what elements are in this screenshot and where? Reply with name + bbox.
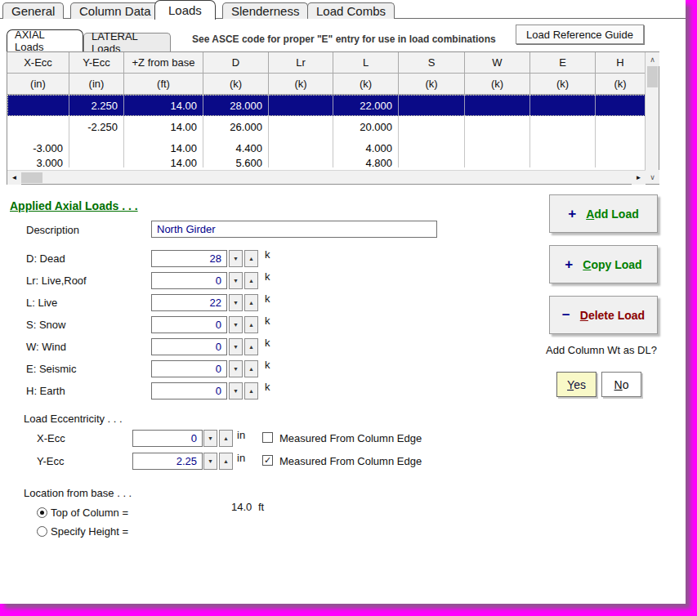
spin-down-icon[interactable]: ▼ xyxy=(229,360,243,377)
table-cell xyxy=(530,158,596,167)
spin-up-icon[interactable]: ▲ xyxy=(244,272,258,289)
add-column-wt-question: Add Column Wt as DL? xyxy=(539,344,663,356)
table-cell xyxy=(530,95,596,116)
load-value-input[interactable]: 0 xyxy=(151,316,227,333)
table-cell xyxy=(7,95,69,116)
x-ecc-checkbox-label: Measured From Column Edge xyxy=(279,432,422,444)
table-row[interactable]: 3.00014.005.6004.800 xyxy=(7,158,646,167)
table-cell xyxy=(7,116,69,137)
spin-down-icon[interactable]: ▼ xyxy=(229,250,243,267)
load-unit: k xyxy=(265,337,270,349)
table-row[interactable]: -2.25014.0026.00020.000 xyxy=(7,116,646,137)
spin-up-icon[interactable]: ▲ xyxy=(244,360,258,377)
table-cell xyxy=(399,158,465,167)
spin-down-icon[interactable]: ▼ xyxy=(203,430,217,447)
spin-up-icon[interactable]: ▲ xyxy=(244,294,258,311)
subtab-label: AXIAL Loads xyxy=(15,29,75,53)
column-header: (k) xyxy=(399,74,465,94)
table-cell: 2.250 xyxy=(69,95,124,116)
vertical-scrollbar[interactable]: ∧ ∨ xyxy=(645,52,659,184)
scroll-left-icon[interactable]: ◄ xyxy=(7,171,21,185)
table-cell xyxy=(596,137,646,158)
specify-height-label: Specify Height = xyxy=(51,525,128,538)
table-cell xyxy=(269,137,333,158)
spin-down-icon[interactable]: ▼ xyxy=(229,338,243,355)
scroll-right-icon[interactable]: ► xyxy=(632,171,646,185)
load-reference-guide-button[interactable]: Load Reference Guide xyxy=(516,25,644,44)
scroll-up-icon[interactable]: ∧ xyxy=(646,52,659,66)
spin-down-icon[interactable]: ▼ xyxy=(229,294,243,311)
tab-label: Column Data xyxy=(79,4,151,18)
asce-note: See ASCE code for proper "E" entry for u… xyxy=(192,33,496,45)
scroll-down-icon[interactable]: ∨ xyxy=(646,170,659,184)
load-value-input[interactable]: 0 xyxy=(151,272,227,289)
table-cell xyxy=(530,137,596,158)
subtab-axial-loads[interactable]: AXIAL Loads xyxy=(7,29,83,51)
y-ecc-input[interactable]: 2.25 xyxy=(132,453,203,470)
table-cell: 22.000 xyxy=(333,95,399,116)
description-input[interactable]: North Girder xyxy=(151,221,437,238)
subtab-lateral-loads[interactable]: LATERAL Loads xyxy=(83,33,171,51)
table-row[interactable]: -3.00014.004.4004.000 xyxy=(7,137,646,158)
y-ecc-measured-from-edge-checkbox[interactable]: ✓ xyxy=(262,455,273,466)
tab-load-combs[interactable]: Load Combs xyxy=(307,2,395,19)
load-value-input[interactable]: 0 xyxy=(151,338,227,355)
tab-label: Load Combs xyxy=(316,4,386,18)
description-label: Description xyxy=(26,224,79,236)
add-load-button[interactable]: + Add Load xyxy=(549,194,658,233)
spin-up-icon[interactable]: ▲ xyxy=(219,430,233,447)
spin-down-icon[interactable]: ▼ xyxy=(203,453,217,470)
table-cell xyxy=(69,158,124,167)
horizontal-scrollbar[interactable]: ◄ ► xyxy=(7,170,646,184)
copy-load-button[interactable]: + Copy Load xyxy=(549,245,658,283)
spin-down-icon[interactable]: ▼ xyxy=(229,382,243,400)
column-header: E xyxy=(530,52,596,73)
load-value-input[interactable]: 22 xyxy=(151,294,227,311)
table-cell xyxy=(269,95,333,116)
table-units-row: (in)(in)(ft)(k)(k)(k)(k)(k)(k)(k) xyxy=(7,74,646,95)
table-cell xyxy=(269,158,333,167)
table-cell xyxy=(596,95,646,116)
column-header: (in) xyxy=(69,74,124,94)
x-ecc-measured-from-edge-checkbox[interactable] xyxy=(262,432,273,443)
table-cell xyxy=(69,137,124,158)
tab-loads[interactable]: Loads xyxy=(154,0,216,20)
table-cell: 4.400 xyxy=(203,137,269,158)
table-row[interactable]: 2.25014.0028.00022.000 xyxy=(7,95,646,116)
vertical-scrollbar-thumb[interactable] xyxy=(647,66,658,87)
spin-up-icon[interactable]: ▲ xyxy=(244,382,258,400)
load-value-input[interactable]: 0 xyxy=(151,360,227,377)
no-button[interactable]: No xyxy=(601,372,641,397)
load-value-input[interactable]: 0 xyxy=(151,382,227,400)
tab-column-data[interactable]: Column Data xyxy=(70,2,160,19)
table-cell: 4.800 xyxy=(333,158,399,167)
column-header: D xyxy=(203,52,269,73)
load-label: H: Earth xyxy=(26,385,65,397)
yes-button[interactable]: Yes xyxy=(556,372,596,397)
tab-general[interactable]: General xyxy=(2,2,64,19)
spin-down-icon[interactable]: ▼ xyxy=(229,316,243,333)
spin-up-icon[interactable]: ▲ xyxy=(244,250,258,267)
spin-up-icon[interactable]: ▲ xyxy=(244,316,258,333)
mnemonic: Y xyxy=(567,378,574,391)
column-header: (k) xyxy=(465,74,530,94)
tab-slenderness[interactable]: Slenderness xyxy=(222,2,308,19)
column-header: H xyxy=(596,52,646,73)
specify-height-radio[interactable] xyxy=(37,526,47,537)
button-label: o xyxy=(623,378,629,391)
column-header: Y-Ecc xyxy=(69,52,124,73)
load-value-input[interactable]: 28 xyxy=(151,250,227,267)
spin-down-icon[interactable]: ▼ xyxy=(229,272,243,289)
load-unit: k xyxy=(265,292,270,305)
x-ecc-input[interactable]: 0 xyxy=(132,430,203,447)
plus-icon: + xyxy=(568,206,576,222)
column-header: (ft) xyxy=(124,74,203,94)
horizontal-scrollbar-thumb[interactable] xyxy=(21,172,42,183)
load-label: S: Snow xyxy=(26,319,65,331)
column-header: +Z from base xyxy=(124,52,203,73)
spin-up-icon[interactable]: ▲ xyxy=(219,453,233,470)
delete-load-button[interactable]: − Delete Load xyxy=(549,296,658,334)
spin-up-icon[interactable]: ▲ xyxy=(244,338,258,355)
top-of-column-radio[interactable] xyxy=(37,507,47,518)
button-label: opy Load xyxy=(591,258,641,271)
